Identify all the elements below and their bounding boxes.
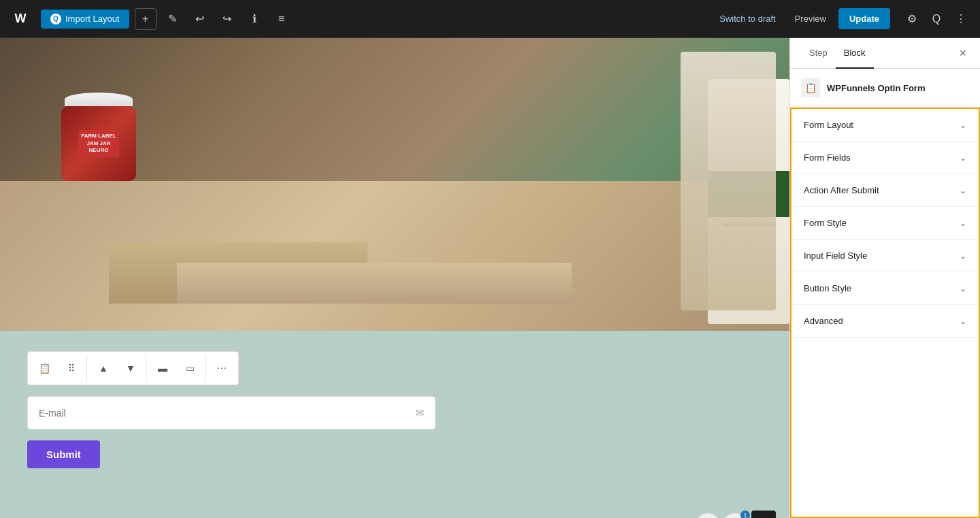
block-icon: 📋 <box>801 78 820 97</box>
more-form-options-button[interactable]: ⋯ <box>208 355 235 382</box>
hero-image: FARM LABEL JAM JAR NEURO NEURO SUPPLEMEN… <box>0 38 789 331</box>
accordion-item-action-after-submit: Action After Submit ⌄ <box>791 174 979 207</box>
accordion-item-advanced: Advanced ⌄ <box>791 305 979 338</box>
chevron-button-style: ⌄ <box>960 284 966 293</box>
tab-block[interactable]: Block <box>836 38 874 69</box>
form-icon-button[interactable]: 📋 <box>31 355 58 382</box>
chevron-form-fields: ⌄ <box>960 153 966 163</box>
main-area: FARM LABEL JAM JAR NEURO NEURO SUPPLEMEN… <box>0 38 980 518</box>
user-button[interactable]: Q <box>926 8 947 30</box>
accordion-item-form-style: Form Style ⌄ <box>791 207 979 240</box>
align-wide-button[interactable]: ▭ <box>176 355 203 382</box>
accordion-item-form-fields: Form Fields ⌄ <box>791 142 979 174</box>
canvas-content: FARM LABEL JAM JAR NEURO NEURO SUPPLEMEN… <box>0 38 789 518</box>
list-button[interactable]: ≡ <box>271 8 293 30</box>
switch-to-draft-button[interactable]: Switch to draft <box>713 10 782 28</box>
chevron-form-layout: ⌄ <box>960 120 966 130</box>
accordion-header-action-after-submit[interactable]: Action After Submit ⌄ <box>791 174 979 206</box>
accordion-label-input-field-style: Input Field Style <box>804 250 867 261</box>
submit-button[interactable]: Submit <box>27 440 100 468</box>
accordion-label-form-style: Form Style <box>804 218 847 228</box>
block-header: 📋 WPFunnels Optin Form <box>790 69 980 108</box>
accordion-label-button-style: Button Style <box>804 283 851 293</box>
chevron-action-after-submit: ⌄ <box>960 186 966 195</box>
canvas[interactable]: FARM LABEL JAM JAR NEURO NEURO SUPPLEMEN… <box>0 38 789 518</box>
align-group: ▬ ▭ <box>146 355 203 382</box>
block-title: WPFunnels Optin Form <box>827 83 925 93</box>
update-button[interactable]: Update <box>838 8 890 29</box>
email-input-row: ✉ <box>27 396 436 430</box>
gear-button[interactable]: ⚙ <box>901 8 923 30</box>
stone-section <box>0 181 789 331</box>
accordion-label-form-fields: Form Fields <box>804 152 851 163</box>
q-icon: Q <box>50 14 61 25</box>
import-layout-label: Import Layout <box>65 14 120 24</box>
more-options-button[interactable]: ⋮ <box>950 8 972 30</box>
import-layout-button[interactable]: Q Import Layout <box>41 10 129 29</box>
panel-tabs: Step Block × <box>790 38 980 69</box>
redo-button[interactable]: ↪ <box>216 8 238 30</box>
info-button[interactable]: ℹ <box>244 8 265 30</box>
accordion-list: Form Layout ⌄ Form Fields ⌄ Action After… <box>790 108 980 518</box>
chevron-advanced: ⌄ <box>960 317 966 326</box>
form-section: 📋 ⠿ ▲ ▼ ▬ ▭ ⋯ <box>0 331 789 518</box>
floating-avatars: 🤩 🔄 1 <box>696 513 747 518</box>
email-input[interactable] <box>39 408 415 419</box>
neuro-subtitle: SUPPLEMENT FACTS <box>720 217 778 232</box>
align-center-button[interactable]: ▬ <box>149 355 176 382</box>
accordion-item-form-layout: Form Layout ⌄ <box>791 109 979 142</box>
jam-jar: FARM LABEL JAM JAR NEURO <box>54 93 143 188</box>
main-toolbar: W Q Import Layout + ✎ ↩ ↪ ℹ ≡ Switch to … <box>0 0 980 38</box>
add-block-button[interactable]: + <box>751 511 776 518</box>
emoji-avatar-1[interactable]: 🤩 <box>696 513 720 518</box>
jar-lid <box>65 93 133 106</box>
accordion-header-advanced[interactable]: Advanced ⌄ <box>791 305 979 337</box>
email-icon: ✉ <box>415 406 424 419</box>
move-down-button[interactable]: ▼ <box>117 355 144 382</box>
undo-button[interactable]: ↩ <box>189 8 211 30</box>
notification-badge: 1 <box>740 511 750 518</box>
neuro-text: NEURO <box>745 176 753 210</box>
accordion-header-form-layout[interactable]: Form Layout ⌄ <box>791 109 979 141</box>
wp-logo[interactable]: W <box>8 7 33 31</box>
toolbar-right-icons: ⚙ Q ⋮ <box>901 8 972 30</box>
accordion-header-form-style[interactable]: Form Style ⌄ <box>791 207 979 239</box>
accordion-label-advanced: Advanced <box>804 316 843 326</box>
add-block-toolbar-button[interactable]: + <box>135 8 157 30</box>
accordion-item-button-style: Button Style ⌄ <box>791 272 979 305</box>
accordion-item-input-field-style: Input Field Style ⌄ <box>791 240 979 272</box>
accordion-header-input-field-style[interactable]: Input Field Style ⌄ <box>791 240 979 272</box>
right-panel: Step Block × 📋 WPFunnels Optin Form Form… <box>789 38 980 518</box>
jar-body: FARM LABEL JAM JAR NEURO <box>61 106 136 181</box>
form-toolbar: 📋 ⠿ ▲ ▼ ▬ ▭ ⋯ <box>27 351 239 385</box>
chevron-input-field-style: ⌄ <box>960 251 966 261</box>
panel-close-button[interactable]: × <box>956 44 969 63</box>
drag-handle-button[interactable]: ⠿ <box>58 355 85 382</box>
tab-step[interactable]: Step <box>801 38 836 69</box>
accordion-header-form-fields[interactable]: Form Fields ⌄ <box>791 142 979 174</box>
stone-block-2 <box>177 263 572 304</box>
move-group: ▲ ▼ <box>86 355 144 382</box>
accordion-label-form-layout: Form Layout <box>804 120 853 130</box>
accordion-header-button-style[interactable]: Button Style ⌄ <box>791 272 979 304</box>
neuro-bottle: NEURO SUPPLEMENT FACTS <box>708 79 789 324</box>
jar-label: FARM LABEL JAM JAR NEURO <box>78 130 119 157</box>
pen-button[interactable]: ✎ <box>162 8 184 30</box>
accordion-label-action-after-submit: Action After Submit <box>804 185 879 195</box>
more-group: ⋯ <box>205 355 235 382</box>
preview-button[interactable]: Preview <box>788 10 833 28</box>
move-up-button[interactable]: ▲ <box>90 355 117 382</box>
chevron-form-style: ⌄ <box>960 218 966 228</box>
